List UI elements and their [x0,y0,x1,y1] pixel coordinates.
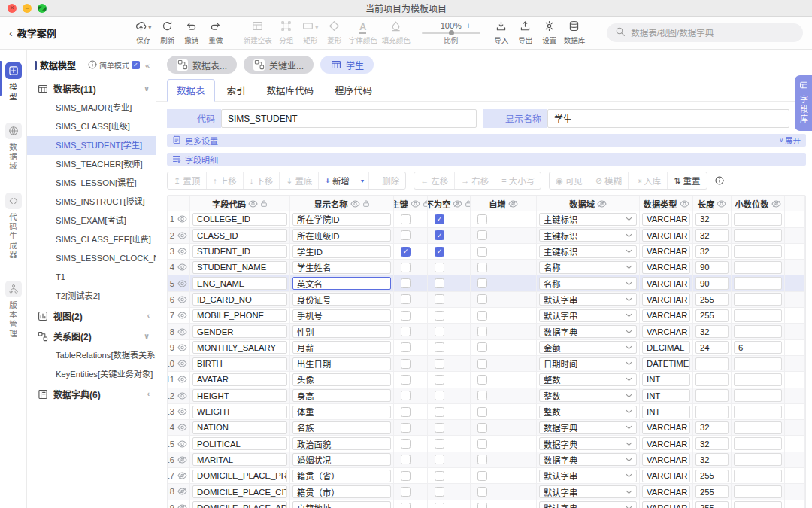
auto_inc-checkbox[interactable] [477,214,487,224]
not_null-checkbox[interactable] [435,455,444,464]
domain-select[interactable]: 默认字串 [539,501,637,508]
lock-icon[interactable] [260,199,268,208]
pk-checkbox[interactable] [401,278,411,288]
decimal-input[interactable] [734,501,782,508]
tree-item[interactable]: SIMS_EXAM[考试] [27,211,156,230]
length-input[interactable]: 255 [695,470,729,482]
field-name-input[interactable]: 身份证号 [292,293,391,306]
type-input[interactable]: VARCHAR [642,245,690,258]
eye-icon[interactable] [717,200,726,208]
auto_inc-checkbox[interactable] [477,503,487,508]
not_null-checkbox[interactable] [435,311,444,321]
type-input[interactable]: VARCHAR [642,485,690,498]
type-input[interactable]: VARCHAR [642,261,690,274]
not_null-checkbox[interactable]: ✓ [435,230,444,240]
pk-checkbox[interactable] [401,294,411,304]
field-code-input[interactable]: HEIGHT [192,389,287,402]
not_null-checkbox[interactable] [435,294,444,304]
length-input[interactable]: 32 [695,437,729,450]
tree-item[interactable]: SIMS_TEACHER[教师] [27,155,156,174]
display-name-input[interactable] [547,109,789,128]
eye-icon[interactable] [177,232,187,239]
eye-off-icon[interactable] [771,200,781,208]
field-name-input[interactable]: 体重 [292,406,391,418]
field-code-input[interactable]: DOMICILE_PLACE_PROVINC [192,470,287,482]
tree-item[interactable]: SIMS_LESSON[课程] [27,174,156,193]
pk-checkbox[interactable] [401,342,411,352]
field-library-tab[interactable]: 字段库 [795,75,812,131]
decimal-input[interactable] [734,357,782,370]
type-input[interactable]: VARCHAR [642,309,690,322]
field-上移-button[interactable]: ↑上移 [206,172,243,189]
eye-off-icon[interactable] [453,200,462,208]
field-name-input[interactable]: 户籍地址 [292,501,391,508]
tree-group[interactable]: 视图(2)‹ [27,306,156,326]
type-input[interactable]: VARCHAR [642,470,690,482]
tree-item[interactable]: SIMS_CLASS_FEE[班费] [27,230,156,249]
field-code-input[interactable]: BIRTH [192,357,287,370]
field-name-input[interactable]: 籍贯（省） [292,470,391,482]
toolbar-font-color-button[interactable]: A字体颜色 [347,21,380,45]
toolbar-diamond-button[interactable]: 菱形 [323,21,347,45]
decimal-input[interactable] [734,293,782,306]
rail-item-domain[interactable]: 数据域 [0,123,26,172]
eye-icon[interactable] [177,296,187,303]
field-name-input[interactable]: 性别 [292,325,391,338]
domain-select[interactable]: 默认字串 [539,293,637,306]
length-input[interactable]: 255 [695,293,729,306]
toolbar-gear-button[interactable]: 设置 [538,21,562,45]
tab-程序代码[interactable]: 程序代码 [326,80,381,101]
domain-select[interactable]: 数据字典 [539,421,637,434]
tree-group[interactable]: 数据字典(6)‹ [27,384,156,404]
decimal-input[interactable] [734,261,782,274]
pk-checkbox[interactable] [401,471,411,481]
eye-icon[interactable] [177,440,187,448]
type-input[interactable]: VARCHAR [642,229,690,242]
toolbar-rect-button[interactable]: ▾矩形 [298,21,323,45]
not_null-checkbox[interactable] [435,423,444,433]
auto_inc-checkbox[interactable] [477,375,487,385]
eye-icon[interactable] [177,376,187,383]
pk-checkbox[interactable]: ✓ [401,247,411,257]
unlock-icon[interactable] [423,199,428,208]
not_null-checkbox[interactable] [435,503,444,508]
pk-checkbox[interactable] [401,407,411,417]
zoom-out-button[interactable]: − [431,21,435,30]
tab-数据表[interactable]: 数据表 [167,79,215,102]
pk-checkbox[interactable] [401,487,411,497]
field-code-input[interactable]: DOMICILE_PLACE_ADDRESS [192,501,287,508]
not_null-checkbox[interactable] [435,471,444,481]
field-置底-button[interactable]: ↧置底 [279,172,318,189]
rail-item-codegen[interactable]: 代码生成器 [0,193,26,260]
domain-select[interactable]: 默认字串 [539,470,637,482]
toolbar-redo-button[interactable]: 重做 [204,21,228,45]
auto_inc-checkbox[interactable] [477,263,487,272]
decimal-input[interactable] [734,389,782,402]
rail-item-version[interactable]: 版本管理 [0,281,26,339]
type-input[interactable]: DECIMAL [642,341,690,354]
field-code-input[interactable]: ENG_NAME [192,277,287,290]
decimal-input[interactable]: 6 [734,341,782,354]
toolbar-database-button[interactable]: 数据库 [562,21,588,45]
field-details-bar[interactable]: 字段明细 [167,153,806,166]
tree-item[interactable]: KeyEntities[关键业务对象] [27,365,156,384]
field-新增-button[interactable]: +新增 [318,172,355,189]
tree-item[interactable]: SIMS_INSTRUCT[授课] [27,193,156,211]
not_null-checkbox[interactable] [435,278,444,288]
toolbar-import-button[interactable]: 导入 [489,21,514,45]
not_null-checkbox[interactable] [435,375,444,385]
auto_inc-checkbox[interactable] [477,342,487,352]
auto_inc-checkbox[interactable] [477,407,487,417]
not_null-checkbox[interactable] [435,327,444,336]
domain-select[interactable]: 数据字典 [539,437,637,450]
field-name-input[interactable]: 学生姓名 [292,261,391,274]
eye-icon[interactable] [177,392,187,400]
eye-icon[interactable] [177,360,187,367]
unlock-icon[interactable] [465,199,471,208]
field-code-input[interactable]: MARITAL [192,453,287,466]
auto_inc-checkbox[interactable] [477,423,487,433]
auto_inc-checkbox[interactable] [477,471,487,481]
pk-checkbox[interactable] [401,311,411,321]
tree-group[interactable]: 数据表(11)∨ [27,78,156,99]
auto_inc-checkbox[interactable] [477,359,487,369]
